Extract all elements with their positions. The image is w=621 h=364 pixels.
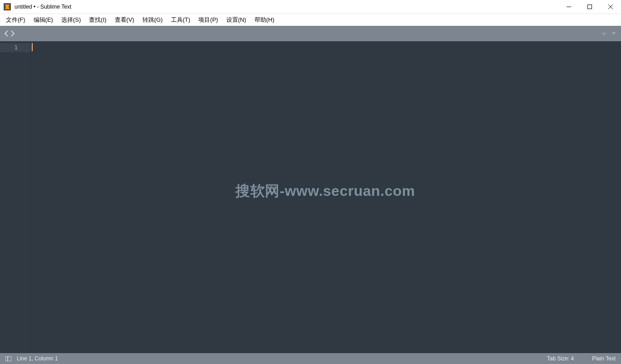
menubar: 文件(F) 编辑(E) 选择(S) 查找(I) 查看(V) 转跳(G) 工具(T… xyxy=(0,14,621,26)
menu-settings[interactable]: 设置(N) xyxy=(222,15,250,25)
titlebar: untitled • - Sublime Text xyxy=(0,0,621,14)
window-controls xyxy=(558,0,621,14)
text-cursor xyxy=(32,43,33,51)
menu-tools[interactable]: 工具(T) xyxy=(167,15,195,25)
new-tab-icon[interactable] xyxy=(601,31,606,36)
menu-help[interactable]: 帮助(H) xyxy=(250,15,279,25)
status-right: Tab Size: 4 Plain Text xyxy=(547,355,616,362)
nav-arrows xyxy=(4,30,15,37)
syntax-mode[interactable]: Plain Text xyxy=(592,355,616,362)
nav-forward-icon[interactable] xyxy=(10,30,15,37)
menu-edit[interactable]: 编辑(E) xyxy=(29,15,57,25)
svg-rect-1 xyxy=(588,5,592,9)
menu-find[interactable]: 查找(I) xyxy=(85,15,110,25)
panel-toggle-icon[interactable] xyxy=(5,356,11,361)
menu-select[interactable]: 选择(S) xyxy=(57,15,85,25)
nav-back-icon[interactable] xyxy=(4,30,9,37)
gutter: 1 xyxy=(0,41,31,353)
tabbar xyxy=(0,26,621,41)
cursor-position[interactable]: Line 1, Column 1 xyxy=(17,355,58,362)
tabbar-right-controls xyxy=(601,31,616,36)
app-icon xyxy=(4,3,11,10)
minimize-button[interactable] xyxy=(558,0,579,14)
menu-view[interactable]: 查看(V) xyxy=(111,15,138,25)
menu-project[interactable]: 项目(P) xyxy=(194,15,222,25)
tab-dropdown-icon[interactable] xyxy=(611,31,616,36)
maximize-button[interactable] xyxy=(579,0,600,14)
watermark-text: 搜软网-www.secruan.com xyxy=(235,181,415,201)
close-button[interactable] xyxy=(600,0,621,14)
editor-area: 1 搜软网-www.secruan.com xyxy=(0,41,621,353)
tab-size[interactable]: Tab Size: 4 xyxy=(547,355,574,362)
menu-file[interactable]: 文件(F) xyxy=(2,15,29,25)
status-left: Line 1, Column 1 xyxy=(5,355,58,362)
window-title: untitled • - Sublime Text xyxy=(15,4,558,10)
menu-goto[interactable]: 转跳(G) xyxy=(138,15,167,25)
code-area[interactable]: 搜软网-www.secruan.com xyxy=(31,41,620,353)
statusbar: Line 1, Column 1 Tab Size: 4 Plain Text xyxy=(0,353,621,364)
line-number: 1 xyxy=(0,43,30,52)
